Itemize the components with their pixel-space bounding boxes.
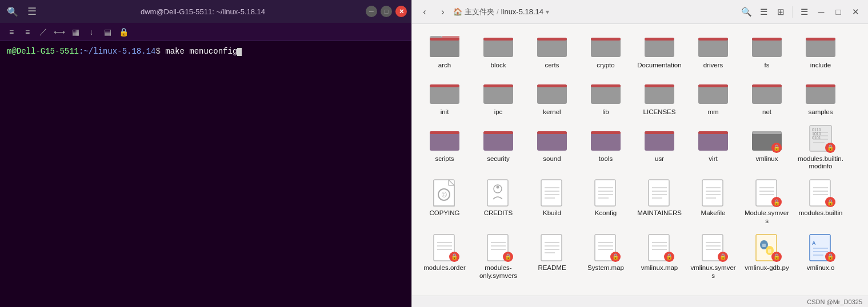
back-button[interactable]: ‹ — [417, 4, 433, 20]
file-vmlinux-gdb-py[interactable]: 🔒 vmlinux-gdb.py — [741, 231, 793, 284]
terminal-title: dwm@Dell-G15-5511: ~/linux-5.18.14 — [43, 7, 362, 16]
folder-ipc[interactable]: ipc — [473, 75, 524, 120]
file-makefile[interactable]: Makefile — [687, 176, 739, 229]
folder-fs[interactable]: fs — [741, 29, 793, 73]
lock-badge-modules-only-symvers: 🔒 — [503, 252, 513, 262]
file-modules-only-symvers[interactable]: 🔒 modules-only.symvers — [473, 231, 524, 284]
file-vmlinux-symvers[interactable]: 🔒 vmlinux.symvers — [687, 231, 739, 284]
file-module-symvers[interactable]: 🔒 Module.symvers — [741, 176, 793, 229]
forward-button[interactable]: › — [435, 4, 451, 20]
svg-rect-11 — [591, 38, 621, 41]
folder-mm-label: mm — [707, 108, 718, 116]
folder-kernel-label: kernel — [543, 108, 561, 116]
folder-vmlinux-icon: 🔒 — [752, 126, 782, 153]
file-copying[interactable]: © COPYING — [419, 176, 470, 229]
file-kconfig[interactable]: Kconfig — [580, 176, 631, 229]
file-vmlinux-map[interactable]: 🔒 vmlinux.map — [634, 231, 685, 284]
home-icon: 🏠 — [453, 7, 462, 16]
file-kbuild-icon — [537, 180, 567, 207]
folder-documentation[interactable]: Documentation — [634, 29, 685, 73]
svg-text:A: A — [812, 240, 816, 246]
file-system-map[interactable]: 🔒 System.map — [580, 231, 631, 284]
file-modules-order-icon: 🔒 — [430, 235, 459, 262]
folder-documentation-icon — [645, 32, 674, 59]
file-modules-builtin-icon: 🔒 — [806, 180, 835, 207]
close-button[interactable]: ✕ — [847, 4, 863, 20]
folder-tools[interactable]: tools — [580, 122, 631, 175]
prompt-dollar: $ — [155, 47, 160, 56]
home-breadcrumb[interactable]: 🏠 主文件夹 — [453, 7, 494, 17]
folder-modules-builtin-modinfo[interactable]: 0110 1010 0101 🔒 modules.builtin.modinfo — [795, 122, 846, 175]
folder-net[interactable]: net — [741, 75, 793, 120]
cursor-blink — [237, 48, 242, 56]
folder-include[interactable]: include — [795, 29, 846, 73]
minimize-button[interactable]: ─ — [813, 4, 829, 20]
svg-rect-15 — [698, 38, 728, 41]
folder-sound[interactable]: sound — [526, 122, 578, 175]
svg-rect-46 — [698, 131, 728, 151]
breadcrumb-chevron-icon[interactable]: ▾ — [546, 8, 549, 16]
file-readme[interactable]: README — [526, 231, 578, 284]
folder-include-label: include — [810, 62, 831, 70]
folder-init[interactable]: init — [419, 75, 470, 120]
svg-rect-41 — [537, 131, 567, 134]
file-vmlinux-map-label: vmlinux.map — [641, 264, 678, 272]
svg-rect-31 — [698, 84, 728, 87]
terminal-search-button[interactable]: 🔍 — [5, 3, 21, 19]
search-button[interactable]: 🔍 — [738, 4, 754, 20]
file-maintainers[interactable]: MAINTAINERS — [634, 176, 685, 229]
folder-certs[interactable]: certs — [526, 29, 578, 73]
folder-arch-icon — [430, 32, 459, 59]
svg-rect-17 — [752, 38, 782, 41]
list-view-button[interactable]: ☰ — [755, 4, 771, 20]
lock-badge-modules-builtin-modinfo: 🔒 — [825, 143, 835, 153]
folder-modules-builtin-modinfo-icon: 0110 1010 0101 🔒 — [806, 126, 835, 153]
folder-licenses[interactable]: LICENSES — [634, 75, 685, 120]
terminal-menu-button[interactable]: ☰ — [24, 3, 40, 19]
lock-badge-vmlinux-o: 🔒 — [825, 252, 835, 262]
file-vmlinux-o[interactable]: A 🔒 vmlinux.o — [795, 231, 846, 284]
file-credits[interactable]: CREDITS — [473, 176, 524, 229]
home-label: 主文件夹 — [465, 7, 494, 17]
folder-samples[interactable]: samples — [795, 75, 846, 120]
folder-net-icon — [752, 79, 782, 106]
toolbar-separator — [792, 6, 793, 18]
folder-drivers-label: drivers — [703, 62, 723, 70]
file-kconfig-icon — [591, 180, 621, 207]
folder-usr[interactable]: usr — [634, 122, 685, 175]
maximize-button[interactable]: □ — [830, 4, 846, 20]
folder-lib[interactable]: lib — [580, 75, 631, 120]
svg-rect-28 — [645, 84, 674, 104]
svg-rect-123 — [768, 249, 771, 253]
folder-scripts[interactable]: scripts — [419, 122, 470, 175]
folder-vmlinux[interactable]: 🔒 vmlinux — [741, 122, 793, 175]
folder-lib-icon — [591, 79, 621, 106]
svg-rect-45 — [645, 131, 674, 134]
folder-kernel[interactable]: kernel — [526, 75, 578, 120]
toolbar-icon-6: ↓ — [85, 25, 98, 39]
svg-rect-19 — [806, 38, 835, 41]
folder-mm[interactable]: mm — [687, 75, 739, 120]
terminal-maximize-button[interactable]: □ — [381, 6, 392, 17]
folder-kernel-icon — [537, 79, 567, 106]
folder-block[interactable]: block — [473, 29, 524, 73]
folder-arch[interactable]: arch — [419, 29, 470, 73]
grid-view-button[interactable]: ⊞ — [773, 4, 789, 20]
folder-samples-label: samples — [809, 108, 833, 116]
svg-rect-10 — [591, 38, 621, 57]
folder-drivers[interactable]: drivers — [687, 29, 739, 73]
filemanager-panel: ‹ › 🏠 主文件夹 / linux-5.18.14 ▾ 🔍 ☰ ⊞ ☰ ─ □… — [411, 0, 868, 307]
menu-button[interactable]: ☰ — [796, 4, 812, 20]
folder-crypto[interactable]: crypto — [580, 29, 631, 73]
terminal-body[interactable]: m@Dell-G15-5511:~/linux-5.18.14$ make me… — [0, 41, 411, 307]
file-makefile-label: Makefile — [701, 209, 726, 217]
folder-virt[interactable]: virt — [687, 122, 739, 175]
file-modules-order[interactable]: 🔒 modules.order — [419, 231, 470, 284]
file-kbuild[interactable]: Kbuild — [526, 176, 578, 229]
terminal-minimize-button[interactable]: ─ — [366, 6, 377, 17]
file-modules-builtin[interactable]: 🔒 modules.builtin — [795, 176, 846, 229]
lock-badge-vmlinux: 🔒 — [771, 143, 782, 153]
folder-security[interactable]: security — [473, 122, 524, 175]
file-maintainers-label: MAINTAINERS — [637, 209, 682, 217]
terminal-close-button[interactable]: ✕ — [395, 6, 407, 17]
